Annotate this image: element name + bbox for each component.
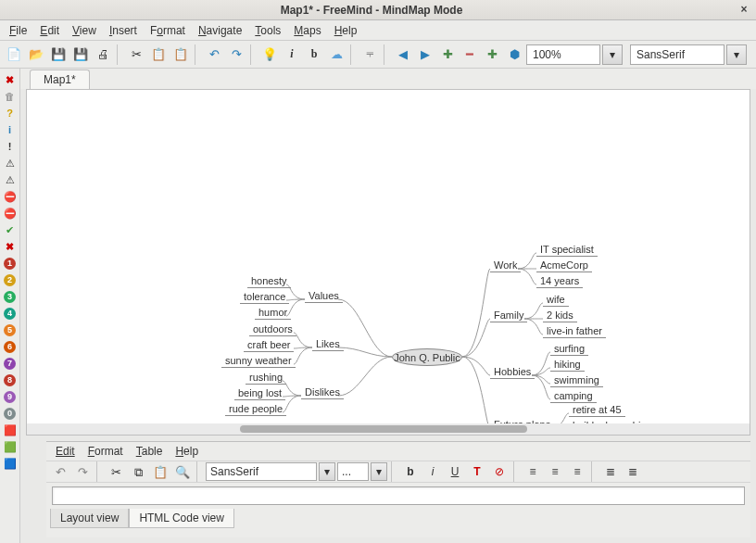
filter-icon[interactable]: ⫧: [359, 44, 380, 65]
save-icon[interactable]: 💾: [48, 44, 69, 65]
note-find-icon[interactable]: 🔍: [172, 461, 193, 482]
menu-file[interactable]: File: [4, 22, 32, 39]
important-icon[interactable]: !: [3, 139, 18, 154]
node-rushing[interactable]: rushing: [246, 372, 286, 385]
node-outdoors[interactable]: outdoors: [249, 323, 296, 336]
zoom-input[interactable]: 100%: [526, 44, 600, 65]
note-paste-icon[interactable]: 📋: [150, 461, 170, 482]
note-color-icon[interactable]: T: [467, 461, 487, 482]
node-being-lost[interactable]: being lost: [234, 387, 285, 400]
branch-values[interactable]: Values: [305, 290, 343, 303]
nav-expand-icon[interactable]: ✚: [437, 44, 458, 65]
priority-0-icon[interactable]: 0: [3, 406, 18, 421]
priority-8-icon[interactable]: 8: [3, 373, 18, 387]
menu-edit[interactable]: Edit: [34, 22, 65, 39]
note-align-center-icon[interactable]: ≡: [545, 461, 565, 482]
priority-7-icon[interactable]: 7: [3, 356, 18, 371]
note-copy-icon[interactable]: ⧉: [128, 461, 148, 482]
trash-icon[interactable]: 🗑: [3, 89, 18, 104]
priority-4-icon[interactable]: 4: [3, 306, 18, 321]
root-node[interactable]: John Q. Public: [392, 348, 462, 366]
node-wife[interactable]: wife: [543, 294, 569, 307]
node-retire-45[interactable]: retire at 45: [569, 404, 625, 417]
note-menu-help[interactable]: Help: [170, 443, 204, 460]
node-rude-people[interactable]: rude people: [225, 403, 286, 416]
menu-navigate[interactable]: Navigate: [193, 22, 247, 39]
note-clear-icon[interactable]: ⊘: [489, 461, 510, 482]
menu-insert[interactable]: Insert: [104, 22, 143, 39]
mindmap-canvas[interactable]: John Q. Public Values honesty tolerance …: [26, 89, 750, 436]
idea-icon[interactable]: 💡: [259, 44, 280, 65]
not-ok-icon[interactable]: ✖: [3, 239, 18, 254]
tab-map1[interactable]: Map1*: [30, 69, 90, 89]
italic-icon[interactable]: i: [282, 44, 302, 65]
bold-icon[interactable]: b: [304, 44, 324, 65]
node-tolerance[interactable]: tolerance: [240, 291, 289, 304]
node-14-years[interactable]: 14 years: [536, 275, 583, 288]
branch-family[interactable]: Family: [490, 309, 527, 322]
close-button[interactable]: ×: [737, 4, 750, 17]
menu-view[interactable]: View: [67, 22, 102, 39]
note-align-left-icon[interactable]: ≡: [523, 461, 543, 482]
copy-icon[interactable]: 📋: [148, 44, 169, 65]
note-menu-table[interactable]: Table: [131, 443, 169, 460]
note-redo-icon[interactable]: ↷: [72, 461, 93, 482]
node-2-kids[interactable]: 2 kids: [543, 309, 577, 322]
tab-layout-view[interactable]: Layout view: [50, 509, 129, 528]
stop2-icon[interactable]: ⛔: [3, 206, 18, 221]
traffic-blue-icon[interactable]: 🟦: [3, 456, 18, 471]
note-size-input[interactable]: ...: [337, 462, 369, 481]
note-italic-icon[interactable]: i: [422, 461, 443, 482]
note-underline-icon[interactable]: U: [445, 461, 465, 482]
traffic-green-icon[interactable]: 🟩: [3, 439, 18, 454]
menu-tools[interactable]: Tools: [249, 22, 286, 39]
note-undo-icon[interactable]: ↶: [50, 461, 70, 482]
font-dropdown[interactable]: ▾: [726, 44, 747, 65]
priority-6-icon[interactable]: 6: [3, 339, 18, 354]
node-humor[interactable]: humor: [255, 307, 291, 320]
note-menu-format[interactable]: Format: [82, 443, 129, 460]
node-honesty[interactable]: honesty: [247, 275, 291, 288]
node-craft-beer[interactable]: craft beer: [244, 339, 294, 352]
priority-9-icon[interactable]: 9: [3, 389, 18, 404]
branch-hobbies[interactable]: Hobbies: [490, 366, 535, 379]
priority-5-icon[interactable]: 5: [3, 322, 18, 337]
zoom-dropdown[interactable]: ▾: [602, 44, 623, 65]
nav-right-icon[interactable]: ▶: [415, 44, 435, 65]
menu-help[interactable]: Help: [329, 22, 363, 39]
note-font-input[interactable]: SansSerif: [206, 462, 317, 481]
priority-2-icon[interactable]: 2: [3, 272, 18, 287]
saveas-icon[interactable]: 💾: [70, 44, 91, 65]
branch-likes[interactable]: Likes: [312, 338, 344, 351]
priority-1-icon[interactable]: 1: [3, 256, 18, 271]
note-text-input[interactable]: [52, 486, 745, 505]
warning2-icon[interactable]: ⚠: [3, 172, 18, 187]
open-icon[interactable]: 📂: [26, 44, 46, 65]
nav-left-icon[interactable]: ◀: [393, 44, 413, 65]
note-align-right-icon[interactable]: ≡: [567, 461, 587, 482]
stop-icon[interactable]: ⛔: [3, 189, 18, 204]
cut-icon[interactable]: ✂: [126, 44, 146, 65]
nav-center-icon[interactable]: ✚: [482, 44, 502, 65]
font-input[interactable]: SansSerif: [630, 44, 724, 65]
redo-icon[interactable]: ↷: [226, 44, 246, 65]
note-list-number-icon[interactable]: ≣: [623, 461, 643, 482]
horizontal-scrollbar[interactable]: [27, 423, 750, 435]
paste-icon[interactable]: 📋: [170, 44, 191, 65]
note-menu-edit[interactable]: Edit: [50, 443, 81, 460]
traffic-red-icon[interactable]: 🟥: [3, 423, 18, 437]
menu-maps[interactable]: Maps: [288, 22, 326, 39]
print-icon[interactable]: 🖨: [93, 44, 113, 65]
note-cut-icon[interactable]: ✂: [106, 461, 126, 482]
menu-format[interactable]: Format: [145, 22, 191, 39]
remove-icon[interactable]: ✖: [3, 72, 18, 87]
priority-3-icon[interactable]: 3: [3, 289, 18, 304]
note-size-dropdown[interactable]: ▾: [371, 462, 387, 481]
node-acmecorp[interactable]: AcmeCorp: [536, 259, 592, 272]
node-swimming[interactable]: swimming: [550, 374, 603, 387]
node-live-in-father[interactable]: live-in father: [543, 325, 606, 338]
note-list-bullet-icon[interactable]: ≣: [600, 461, 621, 482]
nav-collapse-icon[interactable]: ━: [460, 44, 480, 65]
node-sunny-weather[interactable]: sunny weather: [221, 355, 296, 368]
nav-home-icon[interactable]: ⬢: [504, 44, 524, 65]
